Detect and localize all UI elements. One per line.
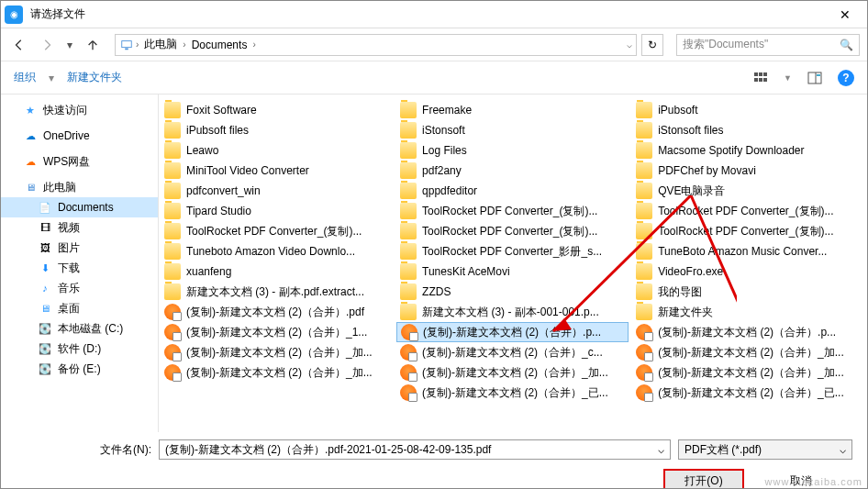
sidebar-disk-e[interactable]: 💽备份 (E:) — [1, 359, 158, 379]
file-item[interactable]: (复制)-新建文本文档 (2)（合并）_加... — [161, 362, 393, 383]
file-name: ToolRocket PDF Converter_(复制)... — [658, 204, 833, 219]
svg-rect-8 — [808, 72, 821, 83]
organize-menu[interactable]: 组织 — [14, 70, 36, 85]
file-item[interactable]: (复制)-新建文本文档 (2)（合并）_加... — [396, 362, 629, 383]
file-item[interactable]: iPubsoft files — [161, 120, 393, 140]
file-item[interactable]: ToolRocket PDF Converter_(复制)... — [632, 201, 864, 221]
file-item[interactable]: MiniTool Video Converter — [161, 161, 393, 181]
file-item[interactable]: qppdfeditor — [396, 181, 629, 201]
history-dropdown-icon[interactable]: ⌵ — [627, 39, 632, 50]
file-item[interactable]: (复制)-新建文本文档 (2)（合并）_已... — [632, 383, 864, 403]
sidebar-video[interactable]: 🎞视频 — [1, 217, 158, 238]
file-item[interactable]: ToolRocket PDF Converter_(复制)... — [161, 221, 393, 241]
sidebar-onedrive[interactable]: ☁OneDrive — [1, 126, 158, 146]
sidebar-thispc[interactable]: 🖥此电脑 — [1, 177, 158, 197]
file-item[interactable]: (复制)-新建文本文档 (2)（合并）_c... — [396, 342, 629, 362]
file-item[interactable]: Log Files — [396, 140, 629, 161]
sidebar-disk-d[interactable]: 💽软件 (D:) — [1, 339, 158, 359]
file-item[interactable]: pdfconvert_win — [161, 181, 393, 201]
sidebar-desktop[interactable]: 🖥桌面 — [1, 298, 158, 318]
file-item[interactable]: 我的导图 — [632, 282, 864, 302]
sidebar-music[interactable]: ♪音乐 — [1, 278, 158, 298]
sidebar-quick-access[interactable]: ★快速访问 — [1, 100, 158, 120]
file-item[interactable]: (复制)-新建文本文档 (2)（合并）_加... — [632, 362, 864, 383]
doc-icon: 📄 — [38, 200, 52, 215]
svg-rect-5 — [754, 78, 758, 82]
file-item[interactable]: ToolRocket PDF Converter_(复制)... — [632, 221, 864, 241]
file-name: qppdfeditor — [422, 184, 477, 197]
file-item[interactable]: Leawo — [161, 140, 393, 161]
file-name: iPubsoft files — [186, 124, 249, 137]
pdf-icon — [164, 364, 181, 381]
pdf-icon — [636, 324, 652, 340]
file-item[interactable]: pdf2any — [396, 161, 629, 181]
file-item[interactable]: (复制)-新建文本文档 (2)（合并）.p... — [632, 322, 864, 342]
file-item[interactable]: VideoFro.exe — [632, 261, 864, 282]
address-bar[interactable]: › 此电脑 › Documents › ⌵ — [115, 34, 637, 56]
file-item[interactable]: Tipard Studio — [161, 201, 393, 221]
file-name: Tuneboto Amazon Video Downlo... — [186, 245, 355, 258]
dropdown-icon[interactable]: ⌵ — [658, 443, 664, 456]
sidebar-downloads[interactable]: ⬇下载 — [1, 258, 158, 278]
file-item[interactable]: ToolRocket PDF Converter_影册_s... — [396, 241, 629, 261]
forward-button[interactable] — [36, 34, 58, 56]
file-item[interactable]: iStonsoft files — [632, 120, 864, 140]
breadcrumb-root[interactable]: 此电脑 — [140, 37, 181, 52]
svg-rect-1 — [125, 48, 128, 50]
help-button[interactable]: ? — [838, 70, 854, 86]
window-title: 请选择文件 — [30, 6, 827, 22]
file-name: 新建文本文档 (3) - 副本.pdf.extract... — [186, 284, 364, 300]
file-item[interactable]: 新建文本文档 (3) - 副本-001-001.p... — [396, 302, 629, 322]
view-mode-button[interactable] — [751, 68, 771, 88]
file-item[interactable]: xuanfeng — [161, 261, 393, 282]
file-item[interactable]: (复制)-新建文本文档 (2)（合并）_已... — [396, 383, 629, 403]
svg-rect-3 — [759, 72, 762, 76]
file-item[interactable]: QVE电脑录音 — [632, 181, 864, 201]
sidebar-pictures[interactable]: 🖼图片 — [1, 238, 158, 258]
file-name: Tipard Studio — [186, 205, 251, 217]
file-name: (复制)-新建文本文档 (2)（合并）_已... — [658, 385, 844, 401]
breadcrumb-folder[interactable]: Documents — [188, 39, 251, 51]
file-item[interactable]: Tuneboto Amazon Video Downlo... — [161, 241, 393, 261]
file-item[interactable]: (复制)-新建文本文档 (2)（合并）_加... — [161, 342, 393, 362]
file-item[interactable]: ZZDS — [396, 282, 629, 302]
up-button[interactable] — [82, 34, 104, 56]
file-item[interactable]: Macsome Spotify Downloader — [632, 140, 864, 161]
file-item[interactable]: Freemake — [396, 100, 629, 120]
file-list[interactable]: Foxit SoftwareiPubsoft filesLeawoMiniToo… — [159, 94, 867, 432]
open-button[interactable]: 打开(O) — [663, 469, 744, 489]
toolbar: 组织 ▾ 新建文件夹 ▼ ? — [1, 61, 867, 94]
sidebar-documents[interactable]: 📄Documents — [1, 197, 158, 217]
file-item[interactable]: TunesKit AceMovi — [396, 261, 629, 282]
filename-input[interactable]: (复制)-新建文本文档 (2)（合并）.pdf-2021-01-25-08-42… — [159, 439, 671, 460]
file-item[interactable]: iPubsoft — [632, 100, 864, 120]
recent-dropdown[interactable]: ▾ — [63, 34, 76, 56]
file-item[interactable]: ToolRocket PDF Converter_(复制)... — [396, 201, 629, 221]
music-icon: ♪ — [38, 281, 52, 295]
refresh-button[interactable]: ↻ — [641, 34, 663, 56]
sidebar-wps[interactable]: ☁WPS网盘 — [1, 151, 158, 172]
folder-icon — [636, 283, 652, 300]
new-folder-button[interactable]: 新建文件夹 — [67, 70, 122, 85]
search-box[interactable]: 搜索"Documents" 🔍 — [676, 34, 860, 56]
file-item[interactable]: (复制)-新建文本文档 (2)（合并）.p... — [396, 322, 629, 342]
file-name: (复制)-新建文本文档 (2)（合并）_1... — [186, 325, 367, 340]
file-item[interactable]: iStonsoft — [396, 120, 629, 140]
file-name: PDFChef by Movavi — [658, 164, 756, 177]
file-item[interactable]: 新建文件夹 — [632, 302, 864, 322]
file-item[interactable]: TuneBoto Amazon Music Conver... — [632, 241, 864, 261]
sidebar-disk-c[interactable]: 💽本地磁盘 (C:) — [1, 318, 158, 339]
preview-pane-button[interactable] — [805, 68, 825, 88]
close-button[interactable]: ✕ — [827, 7, 863, 22]
back-button[interactable] — [8, 34, 30, 56]
file-item[interactable]: ToolRocket PDF Converter_(复制)... — [396, 221, 629, 241]
file-name: pdf2any — [422, 164, 462, 177]
file-item[interactable]: (复制)-新建文本文档 (2)（合并）_加... — [632, 342, 864, 362]
file-item[interactable]: Foxit Software — [161, 100, 393, 120]
file-name: (复制)-新建文本文档 (2)（合并）_加... — [186, 345, 373, 361]
file-item[interactable]: (复制)-新建文本文档 (2)（合并）_1... — [161, 322, 393, 342]
filetype-filter[interactable]: PDF文档 (*.pdf)⌵ — [678, 439, 852, 460]
file-item[interactable]: PDFChef by Movavi — [632, 161, 864, 181]
file-item[interactable]: (复制)-新建文本文档 (2)（合并）.pdf — [161, 302, 393, 322]
file-item[interactable]: 新建文本文档 (3) - 副本.pdf.extract... — [161, 282, 393, 302]
